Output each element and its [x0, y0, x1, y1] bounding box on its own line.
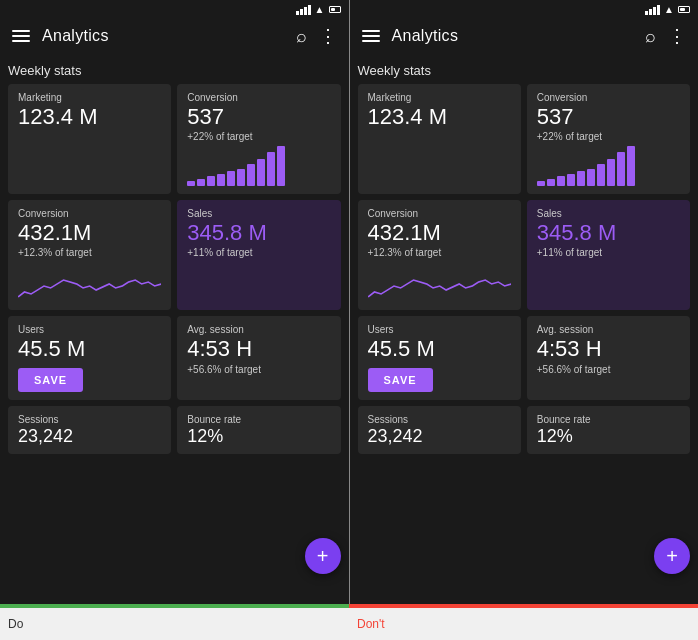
- line-chart-dont: [368, 262, 511, 302]
- conversion-top-subtext: +22% of target: [187, 131, 330, 142]
- battery-icon-dont: [678, 6, 690, 13]
- sales-card: Sales 345.8 M +11% of target: [177, 200, 340, 310]
- stats-grid-do: Marketing 123.4 M Conversion 537 +22% of…: [8, 84, 341, 454]
- sessions-label: Sessions: [18, 414, 161, 425]
- conversion-top-card: Conversion 537 +22% of target: [177, 84, 340, 194]
- avg-session-subtext: +56.6% of target: [187, 364, 330, 375]
- sales-label: Sales: [187, 208, 330, 219]
- bounce-rate-label: Bounce rate: [187, 414, 330, 425]
- avg-session-card: Avg. session 4:53 H +56.6% of target: [177, 316, 340, 399]
- bounce-rate-value: 12%: [187, 427, 330, 447]
- users-value: 45.5 M: [18, 337, 161, 361]
- conversion-main-subtext: +12.3% of target: [18, 247, 161, 258]
- do-label-section: Do: [0, 604, 349, 640]
- signal-icon: [296, 5, 311, 15]
- save-button-dont[interactable]: SAVE: [368, 368, 433, 392]
- sessions-card: Sessions 23,242: [8, 406, 171, 455]
- marketing-card-dont: Marketing 123.4 M: [358, 84, 521, 194]
- fab-do[interactable]: +: [305, 538, 341, 574]
- dont-label: Don't: [349, 608, 698, 640]
- marketing-value: 123.4 M: [18, 105, 161, 129]
- bar-chart: [187, 146, 330, 186]
- do-panel: ▲ Analytics ⌕ ⋮ Weekly stats Marketing: [0, 0, 349, 604]
- more-icon-dont[interactable]: ⋮: [668, 25, 686, 47]
- conversion-top-value: 537: [187, 105, 330, 129]
- conversion-main-card: Conversion 432.1M +12.3% of target: [8, 200, 171, 310]
- stats-grid-dont: Marketing 123.4 M Conversion 537 +22% of…: [358, 84, 691, 454]
- conversion-main-card-dont: Conversion 432.1M +12.3% of target: [358, 200, 521, 310]
- conversion-main-value: 432.1M: [18, 221, 161, 245]
- content-dont: Weekly stats Marketing 123.4 M Conversio…: [350, 55, 699, 604]
- bottom-labels: Do Don't: [0, 604, 698, 640]
- wifi-icon: ▲: [315, 4, 325, 15]
- content-do: Weekly stats Marketing 123.4 M Conversio…: [0, 55, 349, 604]
- more-icon[interactable]: ⋮: [319, 25, 337, 47]
- hamburger-icon[interactable]: [12, 30, 30, 42]
- marketing-card: Marketing 123.4 M: [8, 84, 171, 194]
- battery-icon: [329, 6, 341, 13]
- app-title-do: Analytics: [42, 27, 284, 45]
- status-bar-do: ▲: [0, 0, 349, 17]
- save-button-do[interactable]: SAVE: [18, 368, 83, 392]
- avg-session-card-dont: Avg. session 4:53 H +56.6% of target: [527, 316, 690, 399]
- line-chart: [18, 262, 161, 302]
- search-icon-dont[interactable]: ⌕: [645, 26, 656, 47]
- sessions-card-dont: Sessions 23,242: [358, 406, 521, 455]
- sales-card-dont: Sales 345.8 M +11% of target: [527, 200, 690, 310]
- conversion-top-label: Conversion: [187, 92, 330, 103]
- users-card-dont: Users 45.5 M SAVE: [358, 316, 521, 399]
- sales-value: 345.8 M: [187, 221, 330, 245]
- fab-dont[interactable]: +: [654, 538, 690, 574]
- dont-label-section: Don't: [349, 604, 698, 640]
- do-label: Do: [0, 608, 349, 640]
- bar-chart-dont: [537, 146, 680, 186]
- conversion-main-label: Conversion: [18, 208, 161, 219]
- bounce-rate-card: Bounce rate 12%: [177, 406, 340, 455]
- wifi-icon-dont: ▲: [664, 4, 674, 15]
- app-bar-dont: Analytics ⌕ ⋮: [350, 17, 699, 55]
- avg-session-label: Avg. session: [187, 324, 330, 335]
- sales-subtext: +11% of target: [187, 247, 330, 258]
- users-card: Users 45.5 M SAVE: [8, 316, 171, 399]
- status-bar-dont: ▲: [350, 0, 699, 17]
- hamburger-icon-dont[interactable]: [362, 30, 380, 42]
- marketing-label: Marketing: [18, 92, 161, 103]
- app-title-dont: Analytics: [392, 27, 634, 45]
- sessions-value: 23,242: [18, 427, 161, 447]
- dont-panel: ▲ Analytics ⌕ ⋮ Weekly stats Marketing 1…: [349, 0, 699, 604]
- search-icon[interactable]: ⌕: [296, 26, 307, 47]
- users-label: Users: [18, 324, 161, 335]
- avg-session-value: 4:53 H: [187, 337, 330, 361]
- weekly-stats-label-do: Weekly stats: [8, 63, 341, 78]
- signal-icon-dont: [645, 5, 660, 15]
- weekly-stats-label-dont: Weekly stats: [358, 63, 691, 78]
- conversion-top-card-dont: Conversion 537 +22% of target: [527, 84, 690, 194]
- app-bar-do: Analytics ⌕ ⋮: [0, 17, 349, 55]
- bounce-rate-card-dont: Bounce rate 12%: [527, 406, 690, 455]
